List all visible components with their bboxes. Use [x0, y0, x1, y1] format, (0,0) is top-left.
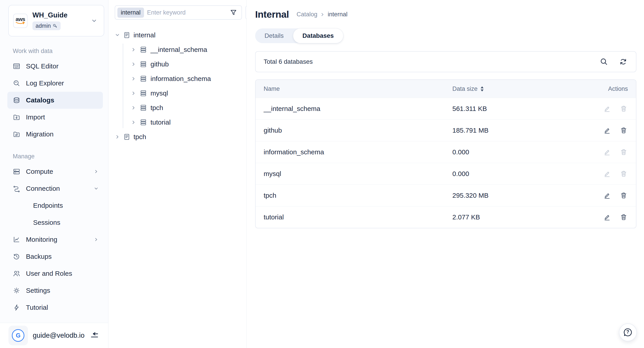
db-name: tpch — [264, 192, 452, 199]
table-row[interactable]: github 185.791 MB — [256, 120, 636, 141]
sidebar-item-settings[interactable]: Settings — [8, 282, 103, 299]
sidebar-item-label: Sessions — [33, 219, 60, 226]
log-explorer-icon — [13, 80, 20, 87]
table-row[interactable]: tpch 295.320 MB — [256, 184, 636, 206]
sidebar-item-label: Connection — [26, 185, 60, 192]
sidebar-item-backups[interactable]: Backups — [8, 248, 103, 265]
summary-text: Total 6 databases — [264, 58, 313, 65]
delete-button[interactable] — [620, 192, 628, 200]
sort-icon[interactable] — [480, 86, 484, 92]
edit-button[interactable] — [603, 148, 611, 156]
delete-button[interactable] — [620, 213, 628, 221]
sidebar-item-label: Catalogs — [26, 96, 54, 104]
filter-button[interactable] — [230, 8, 238, 17]
search-chip[interactable]: internal — [118, 8, 144, 18]
tree-node-label: tpch — [150, 104, 163, 112]
aws-logo: aws — [13, 14, 28, 28]
sidebar-item-migration[interactable]: Migration — [8, 126, 103, 143]
catalog-tree-panel: internal — [108, 0, 247, 348]
edit-button[interactable] — [603, 192, 611, 200]
catalog-icon — [123, 133, 130, 140]
delete-button[interactable] — [620, 148, 628, 156]
chevron-right-icon[interactable] — [94, 169, 99, 174]
table-header-row: Name Data size Actions — [256, 80, 636, 98]
collapse-sidebar-icon — [90, 331, 99, 340]
sidebar-item-tutorial[interactable]: Tutorial — [8, 299, 103, 316]
sidebar-item-monitoring[interactable]: Monitoring — [8, 231, 103, 248]
tree-node-label: github — [150, 60, 169, 68]
table-row[interactable]: __internal_schema 561.311 KB — [256, 98, 636, 120]
chevron-right-icon[interactable] — [131, 47, 136, 52]
trash-icon — [620, 148, 628, 156]
tree-node-label: tpch — [134, 133, 146, 141]
chevron-down-icon[interactable] — [91, 18, 98, 24]
help-button[interactable]: ? — [619, 324, 637, 341]
tree-node-database[interactable]: __internal_schema — [131, 42, 240, 57]
sidebar-item-user-roles[interactable]: User and Roles — [8, 265, 103, 282]
edit-button[interactable] — [603, 170, 611, 178]
delete-button[interactable] — [620, 126, 628, 134]
edit-button[interactable] — [603, 126, 611, 134]
table-refresh-button[interactable] — [619, 57, 628, 66]
chevron-right-icon[interactable] — [131, 90, 136, 96]
delete-button[interactable] — [620, 170, 628, 178]
tree-node-database[interactable]: mysql — [131, 86, 240, 100]
chevron-right-icon[interactable] — [131, 62, 136, 67]
role-badge: admin — [32, 22, 60, 30]
tree-node-database[interactable]: tutorial — [131, 115, 240, 130]
chevron-right-icon[interactable] — [131, 76, 136, 82]
sidebar-item-endpoints[interactable]: Endpoints — [8, 197, 103, 214]
sidebar-item-label: Monitoring — [26, 236, 57, 243]
tree-node-label: mysql — [150, 90, 168, 97]
chevron-right-icon[interactable] — [94, 237, 99, 242]
chevron-right-icon[interactable] — [115, 134, 120, 140]
edit-pencil-icon — [603, 126, 611, 134]
sidebar-item-connection[interactable]: Connection — [8, 180, 103, 197]
edit-button[interactable] — [603, 213, 611, 221]
chevron-down-icon[interactable] — [115, 32, 120, 38]
sidebar-item-label: Endpoints — [33, 202, 63, 209]
catalog-tree: internal __internal_schema — [115, 28, 240, 144]
avatar[interactable]: G — [8, 326, 28, 345]
trash-icon — [620, 105, 628, 112]
workspace-name: WH_Guide — [32, 11, 91, 19]
compute-icon — [13, 168, 20, 175]
tab-databases[interactable]: Databases — [293, 28, 343, 43]
tree-node-database[interactable]: tpch — [131, 100, 240, 115]
sidebar-item-catalogs[interactable]: Catalogs — [8, 92, 103, 109]
table-row[interactable]: tutorial 2.077 KB — [256, 206, 636, 228]
chevron-down-icon[interactable] — [94, 186, 99, 191]
workspace-switcher[interactable]: aws WH_Guide admin — [8, 5, 104, 36]
tree-node-database[interactable]: information_schema — [131, 71, 240, 86]
sidebar-item-compute[interactable]: Compute — [8, 163, 103, 180]
edit-button[interactable] — [603, 105, 611, 113]
tree-node-database[interactable]: github — [131, 57, 240, 71]
sidebar: aws WH_Guide admin — [0, 0, 108, 348]
catalog-icon — [123, 32, 130, 39]
db-name: __internal_schema — [264, 105, 452, 112]
database-stack-icon — [140, 90, 147, 97]
sidebar-item-import[interactable]: Import — [8, 109, 103, 126]
tab-bar: Details Databases — [255, 28, 343, 43]
keyword-search-box[interactable]: internal — [115, 5, 242, 20]
breadcrumb-catalog[interactable]: Catalog — [296, 11, 317, 18]
edit-pencil-icon — [603, 192, 611, 199]
sidebar-item-sessions[interactable]: Sessions — [8, 214, 103, 231]
table-search-button[interactable] — [600, 57, 609, 66]
tree-node-internal[interactable]: internal — [115, 28, 240, 42]
sidebar-item-sql-editor[interactable]: SQL Editor — [8, 58, 103, 75]
connection-icon — [13, 185, 20, 192]
tab-details[interactable]: Details — [255, 28, 293, 43]
tree-node-tpch-catalog[interactable]: tpch — [115, 130, 240, 144]
db-size: 0.000 — [452, 148, 579, 156]
table-row[interactable]: information_schema 0.000 — [256, 141, 636, 163]
tutorial-label: Tutorial — [26, 304, 48, 311]
sidebar-item-log-explorer[interactable]: Log Explorer — [8, 75, 103, 92]
collapse-sidebar-button[interactable] — [90, 330, 99, 340]
delete-button[interactable] — [620, 105, 628, 113]
chevron-right-icon[interactable] — [131, 120, 136, 125]
table-row[interactable]: mysql 0.000 — [256, 163, 636, 184]
tree-node-label: tutorial — [150, 118, 170, 126]
chevron-right-icon[interactable] — [131, 105, 136, 110]
keyword-search-input[interactable] — [147, 9, 226, 16]
